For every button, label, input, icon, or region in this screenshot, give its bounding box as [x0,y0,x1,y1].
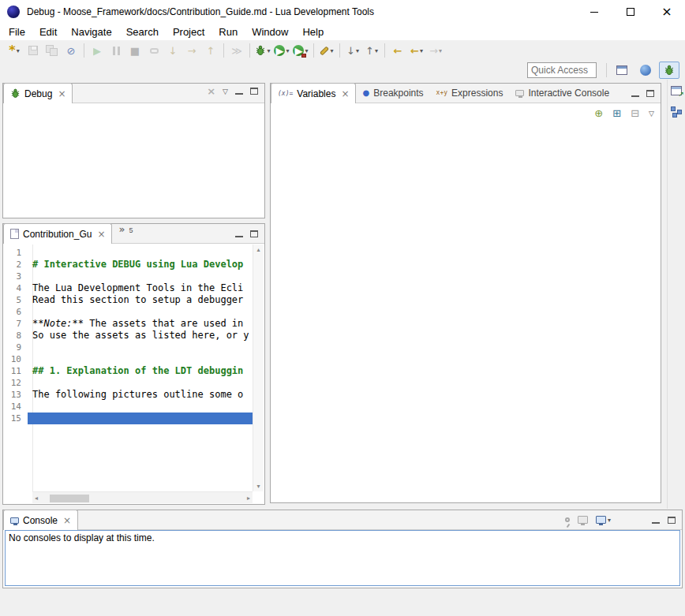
remove-terminated-button[interactable]: × [207,85,215,97]
back-button[interactable]: ← ▾ [408,42,425,59]
menu-item-search[interactable]: Search [119,24,166,39]
minimize-view-button[interactable] [652,517,660,524]
horizontal-scrollbar[interactable]: ◂ ▸ [32,491,253,503]
forward-button[interactable]: → ▾ [427,42,444,59]
pin-console-button[interactable] [565,517,570,522]
chevron-down-icon: ▾ [330,47,333,54]
minimize-view-button[interactable] [631,90,639,97]
skip-breakpoints-button[interactable]: ⊘ [62,42,80,59]
suspend-button[interactable] [107,42,125,59]
view-menu-button[interactable]: ▽ [223,88,228,95]
editor-line[interactable]: 11## 1. Explanation of the LDT debuggin [4,365,253,377]
open-console-button[interactable]: ▾ [596,516,611,524]
line-number: 13 [4,389,28,401]
close-tab-icon[interactable]: × [63,515,71,526]
view-menu-button[interactable]: ▽ [649,110,654,118]
external-tools-button[interactable]: ▶ ▾ [292,42,309,59]
step-return-button[interactable]: ↑ [202,42,219,59]
console-tab[interactable]: Console × [3,510,78,530]
minimize-view-button[interactable] [235,230,243,237]
scroll-left-icon[interactable]: ◂ [35,495,38,502]
menu-item-file[interactable]: File [2,24,32,39]
scrollbar-thumb[interactable] [50,495,89,502]
minimized-view-button[interactable] [671,106,682,118]
previous-annotation-button[interactable]: ↑ ▾ [363,42,380,59]
variables-content[interactable] [271,104,660,502]
maximize-view-button[interactable] [646,90,654,97]
console-icon [10,517,19,524]
scroll-up-icon[interactable]: ▴ [256,246,260,253]
breakpoints-tab[interactable]: ● Breakpoints [356,83,429,103]
open-perspective-button[interactable] [612,62,632,79]
expressions-icon: x+y [436,89,447,96]
show-type-names-button[interactable]: ⊕ [594,108,603,118]
editor-line[interactable]: 7**Note:** The assets that are used in [4,318,253,330]
resume-button[interactable]: ▶ [88,42,106,59]
display-selected-console-button[interactable] [578,516,588,524]
editor-line[interactable]: 5Read this section to setup a debugger [4,294,253,306]
step-filters-button[interactable]: ≫ [228,42,245,59]
interactive-console-tab[interactable]: Interactive Console [509,83,616,103]
next-annotation-button[interactable]: ↓ ▾ [344,42,361,59]
variables-tab[interactable]: (x)= Variables × [271,83,356,103]
external-tools-icon: ▶ [293,45,304,56]
menu-item-project[interactable]: Project [166,24,211,39]
editor-line-selected[interactable]: 15 [4,413,253,424]
debug-history-button[interactable]: ▾ [254,42,271,59]
close-tab-icon[interactable]: × [58,88,66,99]
editor-line[interactable]: 3 [4,271,253,282]
line-number: 4 [4,282,28,294]
editor-tab[interactable]: Contribution_Gu × [3,223,112,244]
editor-content[interactable]: 1 2# Interactive DEBUG using Lua Develop… [4,245,264,503]
editor-line[interactable]: 14 [4,401,253,413]
search-button[interactable]: ▾ [318,42,335,59]
collapse-all-button[interactable]: ⊟ [631,108,639,118]
chevron-down-icon: ▾ [420,47,423,54]
editor-overflow-tab[interactable]: » 5 [112,223,139,243]
menu-item-edit[interactable]: Edit [32,24,64,39]
close-tab-icon[interactable]: × [341,88,349,99]
editor-line[interactable]: 10 [4,353,253,365]
step-into-button[interactable]: ↓ [164,42,182,59]
show-logical-structures-button[interactable]: ⊞ [612,108,621,118]
editor-line[interactable]: 6 [4,306,253,318]
editor-line[interactable]: 8So use the assets as listed here, or y [4,330,253,342]
step-over-button[interactable]: → [183,42,200,59]
disconnect-button[interactable] [145,42,163,59]
editor-line[interactable]: 12 [4,377,253,389]
debug-tab[interactable]: Debug × [3,83,73,103]
console-content[interactable]: No consoles to display at this time. [5,530,680,586]
vertical-scrollbar[interactable]: ▴ ▾ [253,245,264,491]
editor-line[interactable]: 1 [4,247,253,259]
maximize-view-button[interactable] [250,88,258,95]
maximize-view-button[interactable] [250,230,258,237]
maximize-view-button[interactable] [668,517,676,524]
new-button[interactable]: * ▾ [6,42,23,59]
debug-perspective-button[interactable] [659,62,679,79]
close-tab-icon[interactable]: × [97,229,105,240]
menu-item-window[interactable]: Window [245,24,295,39]
run-history-button[interactable]: ▶ ▾ [273,42,290,59]
menu-item-help[interactable]: Help [295,24,331,39]
scroll-down-icon[interactable]: ▾ [256,483,260,490]
scroll-right-icon[interactable]: ▸ [247,495,250,502]
menu-item-navigate[interactable]: Navigate [64,24,118,39]
debug-view-content[interactable] [4,104,264,217]
minimize-view-button[interactable] [235,88,243,95]
maximize-window-button[interactable] [612,0,649,24]
restore-minimized-views-button[interactable]: ↗ [671,86,682,95]
editor-line[interactable]: 13The following pictures outline some o [4,389,253,401]
editor-line[interactable]: 4The Lua Development Tools in the Ecli [4,282,253,294]
menu-item-run[interactable]: Run [211,24,245,39]
save-all-button[interactable] [43,42,61,59]
lua-perspective-button[interactable] [635,62,656,79]
quick-access-input[interactable]: Quick Access [527,62,597,78]
close-window-button[interactable]: × [649,0,685,24]
last-edit-location-button[interactable]: ← [389,42,406,59]
save-button[interactable] [24,42,42,59]
minimize-window-button[interactable] [576,0,612,24]
editor-line[interactable]: 9 [4,342,253,353]
expressions-tab[interactable]: x+y Expressions [430,83,510,103]
editor-line[interactable]: 2# Interactive DEBUG using Lua Develop [4,259,253,271]
terminate-button[interactable]: ■ [126,42,144,59]
